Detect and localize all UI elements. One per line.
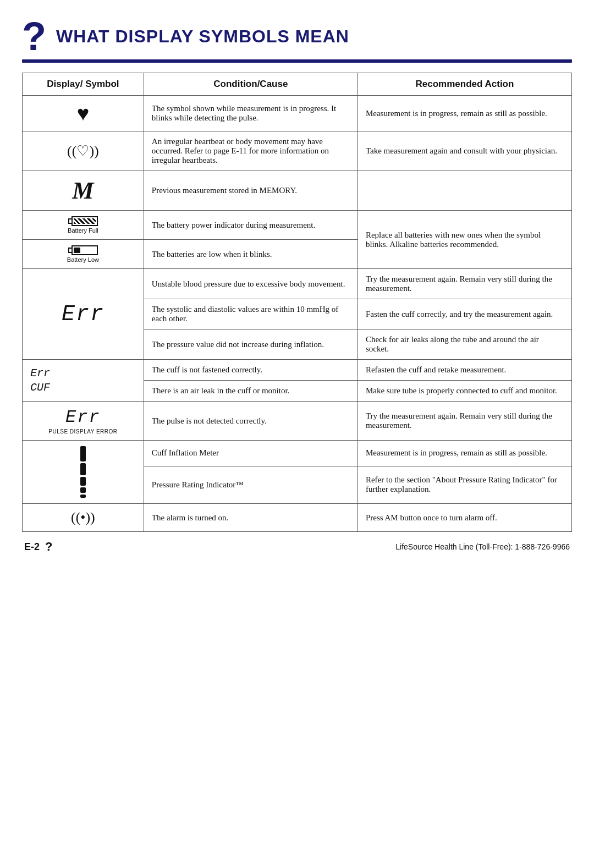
symbol-cell-heart: ♥ — [23, 96, 144, 131]
cuff-bar-4 — [80, 487, 86, 493]
condition-cell-battery-low: The batteries are low when it blinks. — [144, 240, 358, 269]
action-cell-memory — [358, 171, 571, 211]
cuff-bar-2 — [80, 463, 86, 475]
symbol-cell-err-cuf: Err CUF — [23, 360, 144, 402]
table-row: Err CUF The cuff is not fastened correct… — [23, 360, 572, 381]
page-header: ? WHAT DISPLAY SYMBOLS MEAN — [22, 17, 572, 56]
cuff-bar-1 — [80, 446, 86, 462]
page-title: WHAT DISPLAY SYMBOLS MEAN — [56, 26, 349, 47]
col-header-action: Recommended Action — [358, 73, 571, 96]
action-cell-irregular: Take measurement again and consult with … — [358, 131, 571, 171]
action-cell-errcuf2: Make sure tube is properly connected to … — [358, 381, 571, 402]
table-row: Cuff Inflation Meter Measurement is in p… — [23, 441, 572, 466]
battery-full-display: Battery Full — [30, 216, 136, 234]
symbol-cell-alarm: ((•)) — [23, 504, 144, 532]
action-cell-cuff-meter: Measurement is in progress, remain as st… — [358, 441, 571, 466]
cuff-bar-5 — [80, 495, 86, 498]
battery-full-label: Battery Full — [68, 227, 98, 234]
err-pulse-display: Err PULSE DISPLAY ERROR — [30, 407, 136, 435]
action-cell-battery: Replace all batteries with new ones when… — [358, 211, 571, 269]
page-footer: E-2 ? LifeSource Health Line (Toll-Free)… — [22, 540, 572, 554]
err-large-icon: Err — [62, 302, 105, 327]
condition-cell-errcuf1: The cuff is not fastened correctly. — [144, 360, 358, 381]
condition-cell-err3: The pressure value did not increase duri… — [144, 329, 358, 360]
table-row: Err PULSE DISPLAY ERROR The pulse is not… — [23, 402, 572, 441]
battery-full-icon — [68, 216, 98, 226]
table-row: Battery Full The battery power indicator… — [23, 211, 572, 240]
action-cell-pulse: Try the measurement again. Remain very s… — [358, 402, 571, 441]
table-row: ((•)) The alarm is turned on. Press AM b… — [23, 504, 572, 532]
condition-cell-err1: Unstable blood pressure due to excessive… — [144, 269, 358, 299]
condition-cell-irregular: An irregular heartbeat or body movement … — [144, 131, 358, 171]
symbol-cell-err-blank1: Err — [23, 269, 144, 360]
symbol-cell-cuff-meter — [23, 441, 144, 504]
action-cell-err1: Try the measurement again. Remain very s… — [358, 269, 571, 299]
header-underline — [22, 59, 572, 63]
col-header-condition: Condition/Cause — [144, 73, 358, 96]
battery-low-display: Battery Low — [30, 245, 136, 263]
page-wrapper: ? WHAT DISPLAY SYMBOLS MEAN Display/ Sym… — [0, 0, 594, 565]
symbol-cell-battery-low: Battery Low — [23, 240, 144, 269]
table-row: ((♡)) An irregular heartbeat or body mov… — [23, 131, 572, 171]
battery-low-label: Battery Low — [67, 256, 99, 263]
condition-cell-pulse: The pulse is not detected correctly. — [144, 402, 358, 441]
symbol-cell-err-pulse: Err PULSE DISPLAY ERROR — [23, 402, 144, 441]
footer-contact: LifeSource Health Line (Toll-Free): 1-88… — [395, 542, 570, 551]
table-row: ♥ The symbol shown while measurement is … — [23, 96, 572, 131]
footer-question-mark-icon: ? — [45, 540, 52, 554]
action-cell-err3: Check for air leaks along the tube and a… — [358, 329, 571, 360]
question-mark-icon: ? — [22, 17, 46, 56]
table-row: Err Unstable blood pressure due to exces… — [23, 269, 572, 299]
condition-cell-err2: The systolic and diastolic values are wi… — [144, 299, 358, 329]
irregular-heart-icon: ((♡)) — [67, 143, 99, 159]
action-cell-err2: Fasten the cuff correctly, and try the m… — [358, 299, 571, 329]
symbol-cell-irregular-heart: ((♡)) — [23, 131, 144, 171]
symbols-table: Display/ Symbol Condition/Cause Recommen… — [22, 73, 572, 532]
memory-m-icon: M — [72, 177, 94, 204]
err-cuf-icon: Err CUF — [30, 366, 136, 395]
symbol-cell-battery-full: Battery Full — [23, 211, 144, 240]
action-cell-heart: Measurement is in progress, remain as st… — [358, 96, 571, 131]
condition-cell-pressure-rating: Pressure Rating Indicator™ — [144, 466, 358, 503]
condition-cell-alarm: The alarm is turned on. — [144, 504, 358, 532]
battery-low-icon — [68, 245, 98, 255]
alarm-icon: ((•)) — [71, 509, 95, 525]
table-row: M Previous measurement stored in MEMORY. — [23, 171, 572, 211]
action-cell-alarm: Press AM button once to turn alarm off. — [358, 504, 571, 532]
condition-cell-cuff-meter: Cuff Inflation Meter — [144, 441, 358, 466]
err-pulse-icon: Err — [65, 407, 101, 427]
cuff-meter-icon — [30, 446, 136, 498]
col-header-symbol: Display/ Symbol — [23, 73, 144, 96]
pulse-display-error-label: PULSE DISPLAY ERROR — [48, 428, 117, 435]
condition-cell-battery-full: The battery power indicator during measu… — [144, 211, 358, 240]
action-cell-errcuf1: Refasten the cuff and retake measurement… — [358, 360, 571, 381]
heart-icon: ♥ — [77, 102, 90, 125]
condition-cell-errcuf2: There is an air leak in the cuff or moni… — [144, 381, 358, 402]
cuff-bar-3 — [80, 477, 86, 486]
condition-cell-heart: The symbol shown while measurement is in… — [144, 96, 358, 131]
action-cell-pressure-rating: Refer to the section "About Pressure Rat… — [358, 466, 571, 503]
condition-cell-memory: Previous measurement stored in MEMORY. — [144, 171, 358, 211]
footer-page-number: E-2 ? — [24, 540, 52, 554]
symbol-cell-memory: M — [23, 171, 144, 211]
